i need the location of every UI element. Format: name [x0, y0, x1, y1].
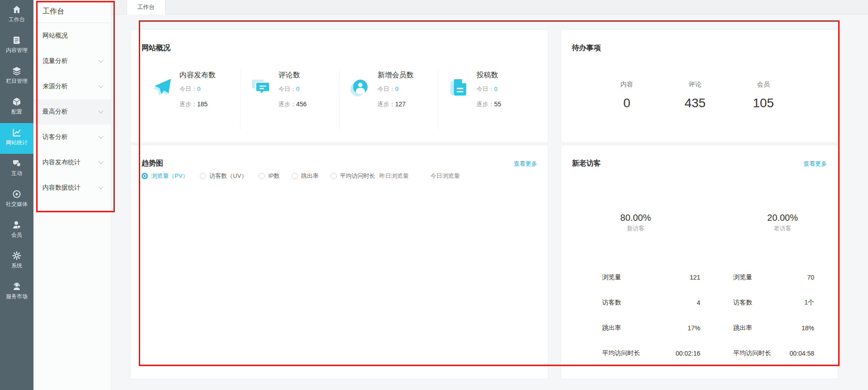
nav-item-social-media[interactable]: 社交媒体 — [0, 185, 33, 215]
visitors-card: 新老访客 查看更多 80.00% 新访客 20.00% 老访客 浏览量121 访… — [561, 145, 838, 379]
stat-value: 00:04:58 — [790, 350, 815, 357]
nav-item-member[interactable]: 会员 — [0, 215, 33, 246]
sidebar-item-label: 内容发布统计 — [42, 158, 80, 166]
total-label: 逐步： — [179, 101, 197, 108]
legend-today[interactable]: 今日浏览量 — [422, 172, 460, 180]
sidebar-item-content-data-stats[interactable]: 内容数据统计 — [33, 175, 111, 200]
nav-item-label: 网站统计 — [6, 139, 28, 146]
nav-item-system[interactable]: 系统 — [0, 246, 33, 277]
radio-ip-count[interactable]: IP数 — [259, 172, 279, 180]
stat-label: 平均访问时长 — [733, 349, 771, 357]
todo-label: 评论 — [661, 81, 729, 89]
sidebar-item-source-analysis[interactable]: 来源分析 — [33, 74, 111, 99]
nav-item-site-stats[interactable]: 网站统计 — [0, 123, 33, 154]
stat-row: 平均访问时长00:04:58 — [724, 341, 814, 366]
nav-item-config[interactable]: 配置 — [0, 92, 33, 123]
nav-item-workbench[interactable]: 工作台 — [0, 0, 33, 31]
today-value: 0 — [296, 86, 299, 92]
sidebar-item-top-analysis[interactable]: 最高分析 — [33, 99, 111, 124]
nav-item-label: 社交媒体 — [6, 201, 28, 207]
stat-value: 70 — [807, 274, 814, 281]
visitors-view-more-link[interactable]: 查看更多 — [803, 160, 827, 168]
dashboard-page: 工作台 内容管理 栏目管理 配置 网站统计 互动 社交媒体 会员 — [0, 0, 868, 390]
sidebar-item-traffic-analysis[interactable]: 流量分析 — [33, 48, 111, 74]
todo-item-comments[interactable]: 评论 435 — [661, 81, 729, 110]
stat-label: 内容发布数 — [179, 71, 216, 80]
today-value: 0 — [494, 86, 497, 92]
tab-workbench[interactable]: 工作台 — [127, 0, 165, 14]
stat-label: 跳出率 — [602, 324, 621, 332]
nav-item-label: 会员 — [11, 232, 22, 238]
nav-item-service-market[interactable]: 服务市场 — [0, 277, 33, 308]
radio-selected-icon — [142, 173, 148, 179]
todo-value: 105 — [729, 96, 797, 110]
radio-icon — [200, 173, 206, 179]
gauge-new-visitors: 80.00% 新访客 — [604, 175, 667, 233]
tab-label: 工作台 — [137, 3, 155, 11]
paper-plane-icon — [151, 77, 172, 99]
sidebar-item-site-overview[interactable]: 网站概况 — [33, 23, 111, 48]
today-value: 0 — [395, 86, 398, 92]
radio-bounce-rate[interactable]: 跳出率 — [292, 172, 319, 180]
total-value: 456 — [296, 100, 307, 108]
legend-label: 今日浏览量 — [430, 172, 460, 180]
today-value: 0 — [197, 86, 200, 92]
todo-card: 待办事项 内容 0 评论 435 会员 105 — [561, 29, 838, 143]
sidebar-item-content-publish-stats[interactable]: 内容发布统计 — [33, 150, 111, 175]
radio-avg-duration[interactable]: 平均访问时长 — [330, 172, 375, 180]
gauge-percent: 20.00% — [751, 213, 814, 223]
todo-item-content[interactable]: 内容 0 — [593, 81, 661, 110]
stat-label: 访客数 — [602, 299, 621, 307]
radio-label: 浏览量（PV） — [151, 172, 188, 180]
trend-view-more-link[interactable]: 查看更多 — [514, 160, 537, 168]
radio-visitors[interactable]: 访客数（UV） — [200, 172, 247, 180]
target-icon — [12, 190, 21, 199]
member-icon — [12, 220, 21, 229]
radio-pageviews[interactable]: 浏览量（PV） — [142, 172, 188, 180]
layers-icon — [12, 67, 21, 76]
dot-icon — [724, 326, 728, 330]
primary-nav: 工作台 内容管理 栏目管理 配置 网站统计 互动 社交媒体 会员 — [0, 0, 33, 390]
stat-label: 浏览量 — [602, 273, 621, 281]
nav-item-content[interactable]: 内容管理 — [0, 31, 33, 62]
todo-item-members[interactable]: 会员 105 — [729, 81, 797, 110]
sidebar-item-label: 网站概况 — [42, 32, 68, 40]
sidebar-item-label: 内容数据统计 — [42, 184, 80, 192]
stat-row: 浏览量121 — [593, 265, 700, 290]
legend-yesterday[interactable]: 昨日浏览量 — [371, 172, 409, 180]
stat-label: 浏览量 — [733, 273, 752, 281]
chevron-down-icon — [98, 133, 103, 138]
gauge-label: 老访客 — [751, 224, 814, 233]
nav-item-label: 内容管理 — [6, 47, 28, 53]
stat-label: 访客数 — [733, 299, 752, 307]
sidebar-item-label: 最高分析 — [42, 108, 68, 116]
nav-item-interaction[interactable]: 互动 — [0, 154, 33, 185]
nav-item-label: 服务市场 — [6, 293, 28, 300]
radio-icon — [330, 173, 337, 179]
home-icon — [12, 5, 21, 14]
radio-icon — [259, 173, 265, 179]
trend-legend: 昨日浏览量 今日浏览量 — [371, 171, 473, 181]
stat-row: 访客数4 — [593, 290, 700, 315]
stat-value: 121 — [690, 274, 700, 281]
todo-value: 0 — [593, 96, 661, 110]
today-label: 今日： — [278, 86, 296, 92]
old-visitor-stats-column: 浏览量70 访客数1个 跳出率18% 平均访问时长00:04:58 — [724, 265, 814, 366]
radio-label: IP数 — [268, 172, 279, 180]
radio-label: 平均访问时长 — [340, 172, 375, 180]
site-overview-card: 网站概况 内容发布数 今日：0 逐步：185 评论数 今日：0 — [130, 29, 548, 143]
chat-bubbles-icon — [12, 159, 21, 168]
todo-label: 会员 — [729, 81, 797, 89]
nav-item-columns[interactable]: 栏目管理 — [0, 62, 33, 92]
user-circle-icon — [349, 77, 370, 99]
gauge-old-visitors: 20.00% 老访客 — [751, 175, 814, 233]
todo-label: 内容 — [593, 81, 661, 89]
card-title: 网站概况 — [142, 43, 170, 53]
nav-item-label: 栏目管理 — [6, 78, 28, 84]
comments-icon — [250, 77, 271, 99]
document-file-icon — [448, 77, 469, 99]
legend-dot-icon — [371, 174, 376, 178]
sidebar-item-visitor-analysis[interactable]: 访客分析 — [33, 124, 111, 150]
stat-submissions: 投稿数 今日：0 逐步：55 — [439, 69, 537, 129]
chevron-down-icon — [98, 57, 103, 62]
